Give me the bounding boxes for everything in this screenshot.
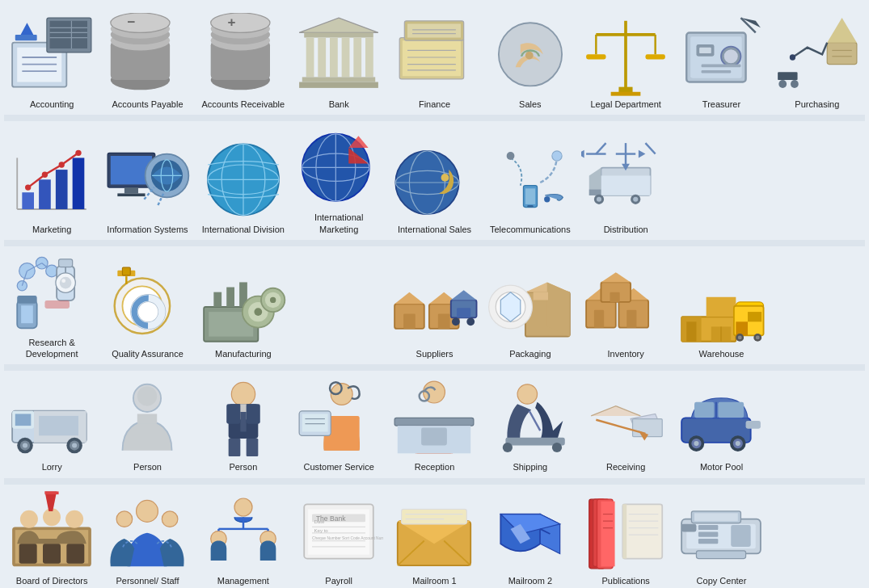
item-bank[interactable]: Bank (291, 8, 386, 115)
label-payroll: Payroll (325, 575, 352, 586)
label-warehouse: Warehouse (699, 348, 745, 359)
svg-text:Cheque Number  Sort Code  Acco: Cheque Number Sort Code Account Number (312, 536, 383, 540)
svg-point-123 (633, 196, 638, 201)
icon-qa (103, 264, 192, 345)
label-rnd: Research & Development (7, 337, 96, 360)
item-empty5a[interactable] (770, 485, 865, 588)
item-board[interactable]: Board of Directors (4, 485, 99, 588)
item-warehouse[interactable]: Warehouse (673, 246, 769, 365)
svg-rect-173 (438, 314, 450, 329)
svg-rect-248 (633, 418, 663, 436)
svg-rect-253 (719, 401, 745, 418)
svg-point-74 (791, 80, 799, 88)
icon-payroll: The Bank Date Key to Cheque Number Sort … (294, 491, 383, 572)
item-suppliers[interactable]: Suppliers (386, 246, 482, 365)
svg-rect-148 (17, 296, 36, 304)
item-empty3b[interactable] (770, 246, 865, 365)
icon-empty5a (773, 502, 862, 583)
item-manufacturing[interactable]: Manufacturing (196, 246, 291, 365)
label-telecom: Telecommunications (490, 224, 571, 235)
label-customer-service: Customer Service (303, 461, 373, 472)
svg-rect-191 (594, 310, 604, 328)
svg-rect-319 (694, 513, 738, 521)
label-management: Management (217, 575, 269, 586)
svg-point-246 (503, 442, 513, 452)
item-lorry[interactable]: Lorry (4, 371, 99, 477)
item-publications[interactable]: Publications (578, 485, 673, 588)
item-accounting[interactable]: Accounting (4, 8, 99, 115)
item-empty4a[interactable] (770, 371, 865, 477)
label-intl-marketing: International Marketing (294, 212, 383, 235)
icon-marketing (7, 140, 96, 220)
item-customer-service[interactable]: Customer Service (291, 371, 386, 477)
svg-marker-190 (601, 272, 631, 282)
svg-point-134 (17, 281, 27, 291)
label-lorry: Lorry (42, 461, 62, 472)
item-receiving[interactable]: Receiving (578, 371, 673, 477)
svg-rect-306 (601, 502, 615, 567)
item-rnd[interactable]: Research & Development (4, 246, 99, 365)
item-treasurer[interactable]: Treasurer (673, 8, 769, 115)
label-intl-sales: International Sales (398, 224, 471, 235)
item-qa[interactable]: Quality Assurance (99, 246, 195, 365)
svg-marker-169 (395, 292, 425, 304)
icon-suppliers (390, 264, 479, 345)
svg-rect-240 (395, 418, 475, 426)
item-marketing[interactable]: Marketing (4, 121, 99, 240)
item-accounts-payable[interactable]: − Accounts Payable (99, 8, 195, 115)
item-inventory[interactable]: Inventory (578, 246, 673, 365)
icon-rnd (7, 253, 96, 334)
item-sales[interactable]: Sales (483, 8, 578, 115)
item-intl-division[interactable]: International Division (196, 121, 291, 240)
label-copy-center: Copy Center (697, 575, 747, 586)
svg-rect-227 (226, 404, 240, 423)
label-accounts-receivable: Accounts Receivable (201, 99, 285, 110)
item-mailroom2[interactable]: Mailroom 2 (483, 485, 578, 588)
icon-inventory (581, 264, 670, 345)
item-intl-sales[interactable]: International Sales (386, 121, 482, 240)
svg-point-220 (137, 386, 157, 405)
svg-rect-322 (698, 525, 718, 530)
svg-rect-324 (698, 539, 718, 544)
item-distribution[interactable]: Distribution (578, 121, 673, 240)
item-empty2b[interactable] (770, 121, 865, 240)
icon-reception (390, 377, 479, 458)
svg-point-167 (270, 297, 276, 303)
icon-customer-service (294, 377, 383, 458)
svg-marker-68 (827, 18, 857, 43)
item-telecom[interactable]: Telecommunications (483, 121, 578, 240)
row-break-2 (4, 240, 865, 246)
item-legal[interactable]: Legal Department (578, 8, 673, 115)
item-mailroom1[interactable]: Mailroom 1 (386, 485, 482, 588)
svg-rect-88 (118, 193, 146, 196)
item-reception[interactable]: Reception (386, 371, 482, 477)
icon-personnel (103, 491, 192, 572)
item-management[interactable]: Management (196, 485, 291, 588)
item-motor-pool[interactable]: Motor Pool (673, 371, 769, 477)
svg-point-73 (778, 80, 787, 88)
label-receiving: Receiving (606, 461, 645, 472)
label-distribution: Distribution (604, 224, 648, 235)
item-purchasing[interactable]: Purchasing (770, 8, 865, 115)
item-person2[interactable]: Person (196, 371, 291, 477)
item-intl-marketing[interactable]: International Marketing (291, 121, 386, 240)
item-info-systems[interactable]: Information Systems (99, 121, 195, 240)
item-packaging[interactable]: Packaging (483, 246, 578, 365)
svg-rect-321 (682, 524, 697, 532)
item-empty3a[interactable] (291, 246, 386, 365)
svg-rect-207 (748, 312, 761, 321)
svg-point-121 (597, 196, 601, 201)
item-personnel[interactable]: Personnel/ Staff (99, 485, 195, 588)
svg-rect-67 (827, 43, 857, 65)
item-copy-center[interactable]: Copy Center (673, 485, 769, 588)
item-person1[interactable]: Person (99, 371, 195, 477)
item-payroll[interactable]: The Bank Date Key to Cheque Number Sort … (291, 485, 386, 588)
item-empty2a[interactable] (673, 121, 769, 240)
item-accounts-receivable[interactable]: + Accounts Receivable (196, 8, 291, 115)
label-manufacturing: Manufacturing (215, 348, 272, 359)
svg-rect-210 (15, 414, 32, 426)
icon-intl-marketing (294, 128, 383, 208)
item-finance[interactable]: Finance (386, 8, 482, 115)
item-shipping[interactable]: Shipping (483, 371, 578, 477)
svg-point-273 (137, 500, 158, 522)
